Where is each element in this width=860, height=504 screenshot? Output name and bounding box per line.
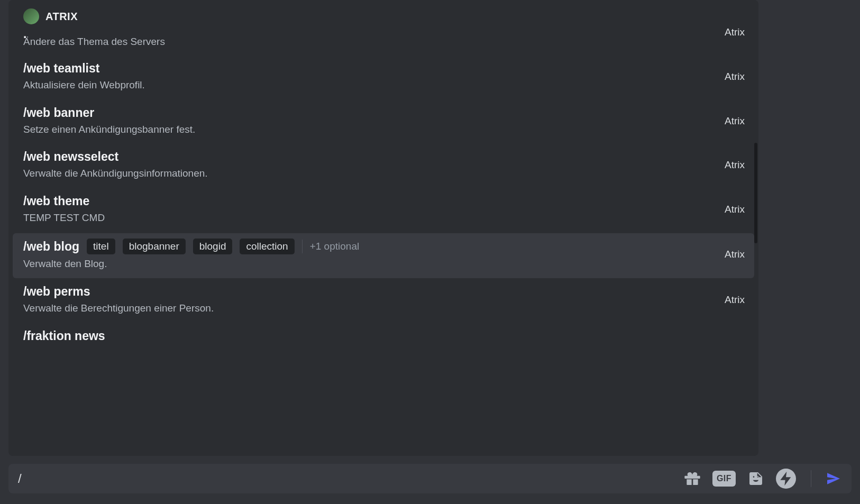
command-title-row: /web theme — [23, 194, 105, 208]
command-description: Verwalte die Berechtigungen einer Person… — [23, 302, 214, 315]
command-content: /web blogtitelblogbannerblogidcollection… — [23, 239, 359, 271]
command-description: Verwalte die Ankündigungsinformationen. — [23, 167, 208, 180]
message-input[interactable]: / — [18, 471, 682, 486]
command-item-partial-top[interactable]: . Atrix Ändere das Thema des Servers — [13, 26, 754, 55]
command-name: /web perms — [23, 285, 90, 299]
command-title-row: /web perms — [23, 285, 214, 299]
command-name: /web banner — [23, 106, 94, 120]
command-param-chip: collection — [240, 239, 294, 255]
command-source: Atrix — [725, 159, 745, 171]
command-item[interactable]: /web themeTEMP TEST CMDAtrix — [13, 189, 754, 232]
bot-name: ATRIX — [45, 11, 78, 23]
command-source: Atrix — [725, 26, 745, 38]
command-autocomplete-panel: ATRIX . Atrix Ändere das Thema des Serve… — [8, 0, 758, 456]
param-divider — [302, 240, 303, 253]
command-name: /fraktion news — [23, 329, 105, 343]
command-source: Atrix — [725, 115, 745, 127]
gif-badge-label: GIF — [712, 471, 736, 487]
command-name: /web teamlist — [23, 61, 99, 76]
command-param-chip: titel — [87, 239, 115, 255]
command-content: /web themeTEMP TEST CMD — [23, 194, 105, 225]
command-item[interactable]: /web newsselectVerwalte die Ankündigungs… — [13, 144, 754, 188]
command-scroll-area[interactable]: ATRIX . Atrix Ändere das Thema des Serve… — [8, 0, 758, 456]
command-item[interactable]: /web blogtitelblogbannerblogidcollection… — [13, 233, 754, 278]
command-title-row: /web teamlist — [23, 61, 145, 76]
command-item-partial-bottom[interactable]: /fraktion news — [13, 324, 754, 343]
input-action-icons: GIF — [682, 468, 844, 489]
command-name: /web newsselect — [23, 150, 118, 164]
command-content: /web permsVerwalte die Berechtigungen ei… — [23, 285, 214, 315]
gif-picker-icon[interactable]: GIF — [712, 468, 736, 489]
command-source: Atrix — [725, 249, 745, 260]
command-param-chip: blogid — [193, 239, 233, 255]
command-description: Aktualisiere dein Webprofil. — [23, 79, 145, 92]
command-content: /web bannerSetze einen Ankündigungsbanne… — [23, 106, 195, 136]
command-name: /web theme — [23, 194, 89, 208]
command-list: /web teamlistAktualisiere dein Webprofil… — [13, 56, 754, 323]
command-optional-count: +1 optional — [310, 241, 360, 252]
command-description: Ändere das Thema des Servers — [13, 36, 745, 48]
command-description: Setze einen Ankündigungsbanner fest. — [23, 123, 195, 136]
command-content: /web teamlistAktualisiere dein Webprofil… — [23, 61, 145, 92]
command-source: Atrix — [725, 71, 745, 83]
app-root: ATRIX . Atrix Ändere das Thema des Serve… — [0, 0, 860, 504]
send-button[interactable] — [823, 468, 844, 489]
command-item[interactable]: /web permsVerwalte die Berechtigungen ei… — [13, 279, 754, 323]
command-name: /web blog — [23, 240, 79, 254]
command-item[interactable]: /web bannerSetze einen Ankündigungsbanne… — [13, 100, 754, 144]
command-source: Atrix — [725, 204, 745, 215]
gift-icon[interactable] — [682, 468, 703, 489]
send-divider — [811, 470, 811, 487]
emoji-icon[interactable] — [776, 468, 796, 489]
sticker-icon[interactable] — [745, 468, 766, 489]
bot-avatar — [23, 8, 39, 24]
message-input-bar: / GIF — [8, 464, 852, 493]
bot-section-header: ATRIX — [13, 4, 754, 26]
command-description: TEMP TEST CMD — [23, 212, 105, 225]
command-source: Atrix — [725, 294, 745, 306]
command-item[interactable]: /web teamlistAktualisiere dein Webprofil… — [13, 56, 754, 99]
command-title-row: /web newsselect — [23, 150, 208, 164]
command-param-chip: blogbanner — [123, 239, 186, 255]
command-title-row: /web blogtitelblogbannerblogidcollection… — [23, 239, 359, 255]
command-content: /web newsselectVerwalte die Ankündigungs… — [23, 150, 208, 180]
scrollbar-thumb[interactable] — [754, 143, 757, 243]
command-description: Verwalte den Blog. — [23, 258, 359, 271]
command-title-row: /web banner — [23, 106, 195, 120]
